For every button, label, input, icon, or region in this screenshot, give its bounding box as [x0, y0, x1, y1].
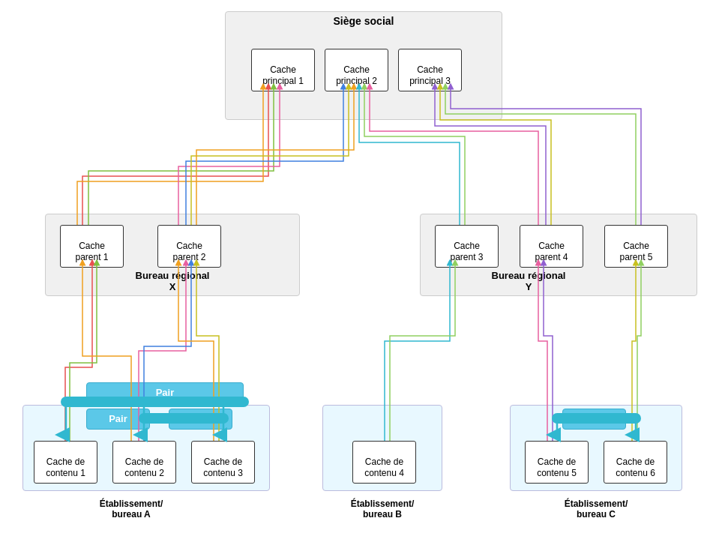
bureau-x-label: Bureau régional X: [131, 270, 214, 292]
cache-principal-1: Cache principal 1: [251, 49, 315, 91]
cache-contenu-2: Cache de contenu 2: [112, 441, 176, 484]
cache-parent-4: Cache parent 4: [520, 225, 583, 268]
pair-4: Pair: [562, 409, 626, 430]
siege-label: Siège social: [225, 15, 502, 27]
pair-3: Pair: [169, 409, 232, 430]
cache-contenu-5: Cache de contenu 5: [525, 441, 589, 484]
cache-contenu-1: Cache de contenu 1: [34, 441, 97, 484]
bureau-y-label: Bureau régional Y: [487, 270, 570, 292]
cache-parent-5: Cache parent 5: [604, 225, 668, 268]
cache-parent-3: Cache parent 3: [435, 225, 499, 268]
cache-contenu-4: Cache de contenu 4: [352, 441, 416, 484]
cache-principal-3: Cache principal 3: [398, 49, 462, 91]
cache-principal-2: Cache principal 2: [325, 49, 388, 91]
pair-1: Pair: [86, 382, 244, 403]
diagram-container: Siège social Cache principal 1 Cache pri…: [0, 0, 728, 560]
etab-a-label: Établissement/bureau A: [60, 499, 202, 520]
cache-parent-2: Cache parent 2: [157, 225, 221, 268]
etab-c-label: Établissement/bureau C: [529, 499, 664, 520]
cache-parent-1: Cache parent 1: [60, 225, 124, 268]
pair-2: Pair: [86, 409, 150, 430]
etab-b-label: Établissement/bureau B: [330, 499, 435, 520]
cache-contenu-3: Cache de contenu 3: [191, 441, 255, 484]
cache-contenu-6: Cache de contenu 6: [604, 441, 667, 484]
